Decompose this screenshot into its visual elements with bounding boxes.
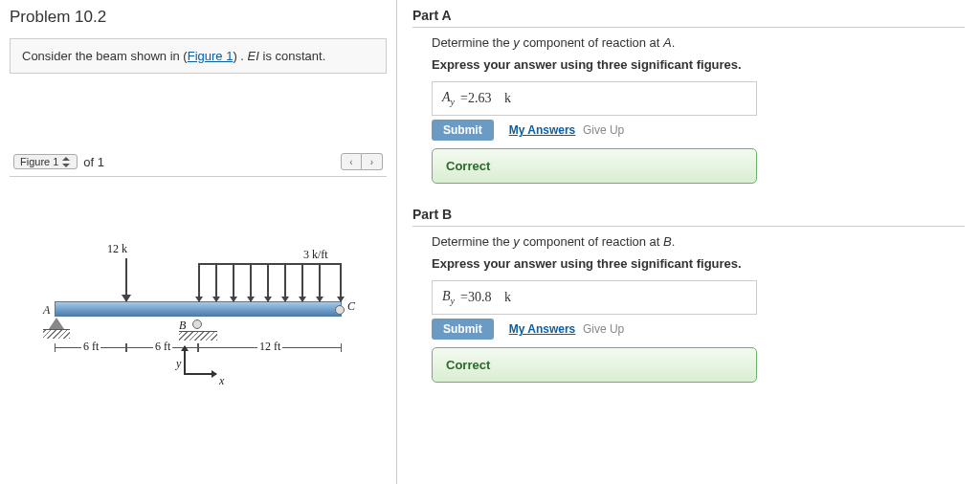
label-b: B bbox=[179, 319, 186, 333]
label-c: C bbox=[347, 299, 355, 314]
part-a-submit-button[interactable]: Submit bbox=[432, 120, 494, 141]
part-b-my-answers-link[interactable]: My Answers bbox=[509, 322, 576, 336]
support-pin-a bbox=[49, 318, 64, 329]
label-a: A bbox=[43, 303, 50, 318]
part-a-answer[interactable]: Ay = 2.63 k bbox=[432, 81, 757, 116]
support-roller-b bbox=[192, 319, 202, 329]
part-b: Part B Determine the y component of reac… bbox=[412, 207, 965, 383]
part-a-feedback: Correct bbox=[432, 148, 757, 184]
problem-title: Problem 10.2 bbox=[10, 8, 387, 27]
figure-prev-button[interactable]: ‹ bbox=[341, 153, 362, 170]
part-a-prompt: Determine the y component of reaction at… bbox=[432, 35, 965, 50]
dist-load-label: 3 k/ft bbox=[303, 248, 328, 262]
part-a-instr: Express your answer using three signific… bbox=[432, 57, 965, 72]
part-a-heading: Part A bbox=[412, 8, 965, 28]
stmt-tail: is constant. bbox=[259, 49, 325, 63]
pb-pt: B bbox=[663, 234, 672, 249]
part-b-heading: Part B bbox=[412, 207, 965, 227]
left-panel: Problem 10.2 Consider the beam shown in … bbox=[0, 0, 397, 484]
pa-sym: A bbox=[442, 90, 451, 104]
dim-1: 6 ft bbox=[81, 340, 100, 354]
pb-eq: = bbox=[460, 290, 468, 305]
part-b-prompt: Determine the y component of reaction at… bbox=[432, 234, 965, 249]
pb-sym: B bbox=[442, 289, 451, 303]
figure-select-label: Figure 1 bbox=[20, 156, 58, 167]
figure-canvas: 12 k 3 k/ft A B C 6 ft 6 ft 12 ft y x bbox=[16, 206, 380, 426]
beam bbox=[55, 301, 342, 317]
axis-y: y bbox=[176, 357, 181, 371]
stmt-post: ) . bbox=[233, 49, 247, 63]
pb-mid: component of reaction at bbox=[520, 234, 663, 249]
pa-pre: Determine the bbox=[432, 35, 513, 50]
pa-post: . bbox=[672, 35, 676, 50]
figure-select[interactable]: Figure 1 bbox=[13, 154, 78, 169]
part-b-feedback: Correct bbox=[432, 347, 757, 383]
hatch-a bbox=[43, 329, 70, 339]
ei-text: EI bbox=[248, 49, 259, 63]
pa-eq: = bbox=[460, 91, 468, 106]
pa-sub: y bbox=[451, 97, 455, 107]
pb-post: . bbox=[672, 234, 676, 249]
part-b-give-up-link[interactable]: Give Up bbox=[583, 322, 624, 336]
support-roller-c bbox=[335, 305, 345, 315]
pb-sub: y bbox=[451, 296, 455, 306]
figure-of-text: of 1 bbox=[83, 155, 104, 169]
point-load-arrow bbox=[125, 258, 127, 301]
pa-pt: A bbox=[663, 35, 672, 50]
stmt-pre: Consider the beam shown in ( bbox=[22, 49, 188, 63]
part-a-my-answers-link[interactable]: My Answers bbox=[509, 123, 576, 137]
problem-statement: Consider the beam shown in (Figure 1) . … bbox=[10, 38, 387, 74]
pb-val: 30.8 bbox=[468, 290, 492, 305]
updown-icon bbox=[62, 157, 71, 167]
axis-x: x bbox=[219, 374, 224, 388]
pb-pre: Determine the bbox=[432, 234, 513, 249]
figure-header: Figure 1 of 1 ‹ › bbox=[10, 150, 387, 177]
pb-unit: k bbox=[504, 290, 511, 305]
pa-val: 2.63 bbox=[468, 91, 492, 106]
figure-link[interactable]: Figure 1 bbox=[188, 49, 234, 63]
part-b-answer[interactable]: By = 30.8 k bbox=[432, 280, 757, 315]
dim-3: 12 ft bbox=[257, 340, 282, 354]
part-b-submit-button[interactable]: Submit bbox=[432, 319, 494, 340]
point-load-label: 12 k bbox=[107, 242, 127, 256]
part-b-instr: Express your answer using three signific… bbox=[432, 256, 965, 271]
part-a: Part A Determine the y component of reac… bbox=[412, 8, 965, 184]
part-a-give-up-link[interactable]: Give Up bbox=[583, 123, 624, 137]
dist-load bbox=[198, 263, 342, 301]
pa-unit: k bbox=[504, 91, 511, 106]
figure-next-button[interactable]: › bbox=[362, 153, 383, 170]
dim-2: 6 ft bbox=[153, 340, 172, 354]
pa-mid: component of reaction at bbox=[520, 35, 663, 50]
right-panel: Part A Determine the y component of reac… bbox=[397, 0, 980, 484]
